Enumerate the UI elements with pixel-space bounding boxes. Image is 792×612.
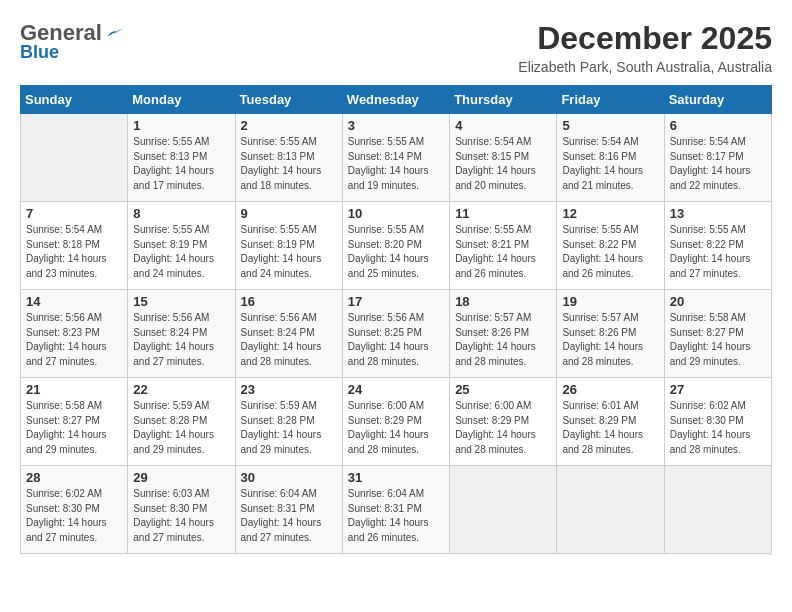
calendar-cell: 6Sunrise: 5:54 AM Sunset: 8:17 PM Daylig… [664, 114, 771, 202]
day-number: 16 [241, 294, 337, 309]
calendar-header-row: SundayMondayTuesdayWednesdayThursdayFrid… [21, 86, 772, 114]
calendar-cell: 4Sunrise: 5:54 AM Sunset: 8:15 PM Daylig… [450, 114, 557, 202]
day-info: Sunrise: 6:04 AM Sunset: 8:31 PM Dayligh… [348, 487, 444, 545]
day-number: 10 [348, 206, 444, 221]
calendar-cell: 1Sunrise: 5:55 AM Sunset: 8:13 PM Daylig… [128, 114, 235, 202]
calendar-cell: 23Sunrise: 5:59 AM Sunset: 8:28 PM Dayli… [235, 378, 342, 466]
day-number: 14 [26, 294, 122, 309]
day-info: Sunrise: 5:55 AM Sunset: 8:22 PM Dayligh… [562, 223, 658, 281]
day-of-week-header: Friday [557, 86, 664, 114]
day-number: 9 [241, 206, 337, 221]
calendar-cell: 25Sunrise: 6:00 AM Sunset: 8:29 PM Dayli… [450, 378, 557, 466]
logo-bird-icon [104, 23, 124, 43]
day-info: Sunrise: 6:04 AM Sunset: 8:31 PM Dayligh… [241, 487, 337, 545]
day-info: Sunrise: 6:03 AM Sunset: 8:30 PM Dayligh… [133, 487, 229, 545]
calendar-cell [557, 466, 664, 554]
day-number: 7 [26, 206, 122, 221]
calendar-cell: 17Sunrise: 5:56 AM Sunset: 8:25 PM Dayli… [342, 290, 449, 378]
calendar-cell: 18Sunrise: 5:57 AM Sunset: 8:26 PM Dayli… [450, 290, 557, 378]
day-info: Sunrise: 6:02 AM Sunset: 8:30 PM Dayligh… [670, 399, 766, 457]
day-number: 27 [670, 382, 766, 397]
calendar-week-row: 7Sunrise: 5:54 AM Sunset: 8:18 PM Daylig… [21, 202, 772, 290]
day-number: 15 [133, 294, 229, 309]
calendar-cell: 9Sunrise: 5:55 AM Sunset: 8:19 PM Daylig… [235, 202, 342, 290]
calendar-week-row: 28Sunrise: 6:02 AM Sunset: 8:30 PM Dayli… [21, 466, 772, 554]
calendar-cell: 31Sunrise: 6:04 AM Sunset: 8:31 PM Dayli… [342, 466, 449, 554]
calendar-week-row: 14Sunrise: 5:56 AM Sunset: 8:23 PM Dayli… [21, 290, 772, 378]
calendar-cell: 21Sunrise: 5:58 AM Sunset: 8:27 PM Dayli… [21, 378, 128, 466]
day-info: Sunrise: 6:00 AM Sunset: 8:29 PM Dayligh… [348, 399, 444, 457]
calendar-cell: 13Sunrise: 5:55 AM Sunset: 8:22 PM Dayli… [664, 202, 771, 290]
day-info: Sunrise: 5:55 AM Sunset: 8:21 PM Dayligh… [455, 223, 551, 281]
day-number: 24 [348, 382, 444, 397]
calendar-cell [664, 466, 771, 554]
calendar-cell: 24Sunrise: 6:00 AM Sunset: 8:29 PM Dayli… [342, 378, 449, 466]
day-info: Sunrise: 5:57 AM Sunset: 8:26 PM Dayligh… [562, 311, 658, 369]
logo: General Blue [20, 20, 124, 63]
day-number: 8 [133, 206, 229, 221]
day-number: 11 [455, 206, 551, 221]
calendar-week-row: 1Sunrise: 5:55 AM Sunset: 8:13 PM Daylig… [21, 114, 772, 202]
day-info: Sunrise: 5:55 AM Sunset: 8:19 PM Dayligh… [133, 223, 229, 281]
day-number: 1 [133, 118, 229, 133]
day-info: Sunrise: 5:55 AM Sunset: 8:22 PM Dayligh… [670, 223, 766, 281]
day-info: Sunrise: 5:58 AM Sunset: 8:27 PM Dayligh… [26, 399, 122, 457]
day-info: Sunrise: 5:59 AM Sunset: 8:28 PM Dayligh… [133, 399, 229, 457]
calendar-cell: 30Sunrise: 6:04 AM Sunset: 8:31 PM Dayli… [235, 466, 342, 554]
calendar-cell: 14Sunrise: 5:56 AM Sunset: 8:23 PM Dayli… [21, 290, 128, 378]
calendar-cell: 3Sunrise: 5:55 AM Sunset: 8:14 PM Daylig… [342, 114, 449, 202]
title-block: December 2025 Elizabeth Park, South Aust… [518, 20, 772, 75]
day-info: Sunrise: 5:54 AM Sunset: 8:15 PM Dayligh… [455, 135, 551, 193]
calendar-cell: 16Sunrise: 5:56 AM Sunset: 8:24 PM Dayli… [235, 290, 342, 378]
calendar-cell: 27Sunrise: 6:02 AM Sunset: 8:30 PM Dayli… [664, 378, 771, 466]
day-number: 25 [455, 382, 551, 397]
calendar-cell: 29Sunrise: 6:03 AM Sunset: 8:30 PM Dayli… [128, 466, 235, 554]
day-info: Sunrise: 5:59 AM Sunset: 8:28 PM Dayligh… [241, 399, 337, 457]
calendar-cell: 7Sunrise: 5:54 AM Sunset: 8:18 PM Daylig… [21, 202, 128, 290]
day-number: 21 [26, 382, 122, 397]
day-info: Sunrise: 5:57 AM Sunset: 8:26 PM Dayligh… [455, 311, 551, 369]
calendar-cell: 19Sunrise: 5:57 AM Sunset: 8:26 PM Dayli… [557, 290, 664, 378]
day-info: Sunrise: 5:56 AM Sunset: 8:25 PM Dayligh… [348, 311, 444, 369]
day-of-week-header: Tuesday [235, 86, 342, 114]
day-info: Sunrise: 5:54 AM Sunset: 8:17 PM Dayligh… [670, 135, 766, 193]
day-of-week-header: Monday [128, 86, 235, 114]
day-info: Sunrise: 5:56 AM Sunset: 8:23 PM Dayligh… [26, 311, 122, 369]
day-number: 5 [562, 118, 658, 133]
page-header: General Blue December 2025 Elizabeth Par… [20, 20, 772, 75]
calendar-cell: 5Sunrise: 5:54 AM Sunset: 8:16 PM Daylig… [557, 114, 664, 202]
calendar-cell: 28Sunrise: 6:02 AM Sunset: 8:30 PM Dayli… [21, 466, 128, 554]
logo-blue-text: Blue [20, 42, 59, 63]
calendar-cell: 2Sunrise: 5:55 AM Sunset: 8:13 PM Daylig… [235, 114, 342, 202]
day-number: 13 [670, 206, 766, 221]
day-info: Sunrise: 5:54 AM Sunset: 8:16 PM Dayligh… [562, 135, 658, 193]
day-number: 26 [562, 382, 658, 397]
calendar-cell [450, 466, 557, 554]
day-number: 17 [348, 294, 444, 309]
day-of-week-header: Thursday [450, 86, 557, 114]
day-number: 18 [455, 294, 551, 309]
day-info: Sunrise: 5:55 AM Sunset: 8:14 PM Dayligh… [348, 135, 444, 193]
day-number: 28 [26, 470, 122, 485]
calendar-cell: 15Sunrise: 5:56 AM Sunset: 8:24 PM Dayli… [128, 290, 235, 378]
day-info: Sunrise: 6:01 AM Sunset: 8:29 PM Dayligh… [562, 399, 658, 457]
day-info: Sunrise: 5:55 AM Sunset: 8:20 PM Dayligh… [348, 223, 444, 281]
calendar-cell: 22Sunrise: 5:59 AM Sunset: 8:28 PM Dayli… [128, 378, 235, 466]
calendar-cell: 26Sunrise: 6:01 AM Sunset: 8:29 PM Dayli… [557, 378, 664, 466]
calendar-cell: 11Sunrise: 5:55 AM Sunset: 8:21 PM Dayli… [450, 202, 557, 290]
day-of-week-header: Saturday [664, 86, 771, 114]
day-info: Sunrise: 5:58 AM Sunset: 8:27 PM Dayligh… [670, 311, 766, 369]
day-number: 2 [241, 118, 337, 133]
day-number: 19 [562, 294, 658, 309]
day-number: 31 [348, 470, 444, 485]
day-info: Sunrise: 5:56 AM Sunset: 8:24 PM Dayligh… [133, 311, 229, 369]
day-info: Sunrise: 6:00 AM Sunset: 8:29 PM Dayligh… [455, 399, 551, 457]
day-info: Sunrise: 5:55 AM Sunset: 8:19 PM Dayligh… [241, 223, 337, 281]
day-number: 3 [348, 118, 444, 133]
day-number: 29 [133, 470, 229, 485]
calendar-cell [21, 114, 128, 202]
day-number: 12 [562, 206, 658, 221]
day-of-week-header: Wednesday [342, 86, 449, 114]
calendar-cell: 10Sunrise: 5:55 AM Sunset: 8:20 PM Dayli… [342, 202, 449, 290]
day-info: Sunrise: 5:56 AM Sunset: 8:24 PM Dayligh… [241, 311, 337, 369]
